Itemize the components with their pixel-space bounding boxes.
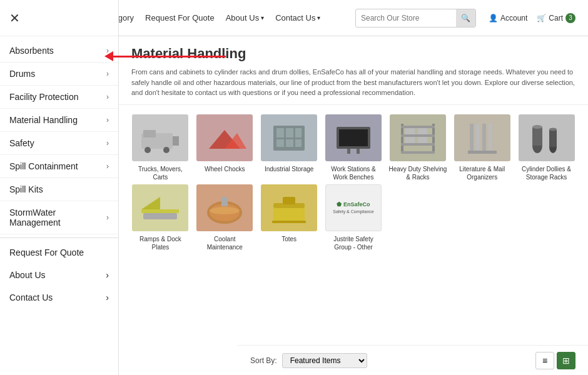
search-icon: 🔍 xyxy=(461,14,470,22)
product-label-wheel-chocks: Wheel Chocks xyxy=(205,165,245,173)
search-bar: 🔍 xyxy=(355,9,476,28)
sidebar-header: ✕ xyxy=(0,0,118,36)
chevron-right-icon: › xyxy=(106,162,109,171)
product-coolant[interactable]: Coolant Maintenance xyxy=(196,184,254,251)
account-link[interactable]: 👤 Account xyxy=(489,14,527,22)
product-trucks-movers-carts[interactable]: Trucks, Movers, Carts xyxy=(131,114,190,181)
svg-rect-30 xyxy=(482,124,486,154)
svg-rect-17 xyxy=(357,149,360,154)
product-wheel-chocks[interactable]: Wheel Chocks xyxy=(196,114,254,181)
sidebar-item-spill-containment[interactable]: Spill Containment › xyxy=(0,155,118,178)
product-label-cylinder-dollies: Cylinder Dollies & Storage Racks xyxy=(517,165,575,181)
chevron-down-icon: ▾ xyxy=(317,14,320,21)
svg-rect-22 xyxy=(401,143,435,146)
sidebar-item-safety[interactable]: Safety › xyxy=(0,132,118,155)
sidebar-drawer: ✕ Absorbents › Drums › Facility Protecti… xyxy=(0,0,119,375)
view-toggle: ≡ ⊞ xyxy=(535,352,575,369)
product-cylinder-dollies[interactable]: Cylinder Dollies & Storage Racks xyxy=(517,114,575,181)
product-justrite[interactable]: ⬟ EnSafeCo Safety & Compliance Justrite … xyxy=(325,184,383,251)
svg-rect-20 xyxy=(401,126,435,128)
svg-point-38 xyxy=(549,128,557,131)
svg-rect-9 xyxy=(286,128,293,138)
sidebar-item-stormwater[interactable]: StormWater Management › xyxy=(0,201,118,234)
svg-rect-49 xyxy=(272,221,306,223)
svg-point-3 xyxy=(163,147,170,153)
cart-link[interactable]: 🛒 Cart 3 xyxy=(537,13,575,23)
list-view-button[interactable]: ≡ xyxy=(535,352,554,369)
page-header: Material Handling From cans and cabinets… xyxy=(119,36,588,105)
product-label-coolant: Coolant Maintenance xyxy=(196,235,254,251)
product-grid-row1: Trucks, Movers, Carts Wheel Chocks Indus… xyxy=(119,105,588,184)
svg-rect-8 xyxy=(276,128,284,138)
sidebar-item-spill-kits[interactable]: Spill Kits xyxy=(0,178,118,201)
svg-rect-15 xyxy=(339,129,368,146)
arrow-head-icon xyxy=(104,51,113,61)
product-heavy-duty-shelving[interactable]: Heavy Duty Shelving & Racks xyxy=(388,114,447,181)
sidebar-item-facility-protection[interactable]: Facility Protection › xyxy=(0,86,118,109)
product-label-trucks: Trucks, Movers, Carts xyxy=(131,165,190,181)
svg-rect-24 xyxy=(405,128,415,134)
svg-rect-4 xyxy=(173,136,179,146)
product-label-industrial-storage: Industrial Storage xyxy=(265,165,313,173)
sort-select[interactable]: Featured Items Newest Items Best Selling… xyxy=(282,353,367,368)
svg-rect-39 xyxy=(141,209,179,213)
product-industrial-storage[interactable]: Industrial Storage xyxy=(260,114,318,181)
svg-rect-45 xyxy=(221,197,228,206)
product-image-coolant xyxy=(196,184,253,231)
svg-point-44 xyxy=(210,207,240,214)
product-ramps-dock-plates[interactable]: Ramps & Dock Plates xyxy=(131,184,190,251)
svg-rect-12 xyxy=(286,139,293,147)
chevron-right-icon: › xyxy=(106,139,109,148)
sidebar-item-material-handling[interactable]: Material Handling › xyxy=(0,109,118,132)
cart-count: 3 xyxy=(565,13,575,23)
svg-rect-27 xyxy=(418,137,427,143)
product-image-trucks xyxy=(132,114,188,161)
product-label-justrite: Justrite Safety Group - Other xyxy=(325,235,383,251)
nav-contact-us[interactable]: Contact Us ▾ xyxy=(275,13,320,22)
sidebar-item-contact-us[interactable]: Contact Us › xyxy=(0,286,118,309)
chevron-right-icon: › xyxy=(106,270,109,280)
sidebar-divider xyxy=(0,238,118,238)
nav-links: Shop Category Request For Quote About Us… xyxy=(79,13,343,22)
product-image-ramps xyxy=(132,184,188,231)
grid-view-button[interactable]: ⊞ xyxy=(557,352,575,369)
search-button[interactable]: 🔍 xyxy=(456,9,475,28)
svg-rect-1 xyxy=(143,130,156,138)
svg-rect-48 xyxy=(283,197,295,204)
nav-about-us[interactable]: About Us ▾ xyxy=(226,13,264,22)
svg-rect-10 xyxy=(295,128,302,138)
svg-point-2 xyxy=(144,147,151,153)
nav-right: 👤 Account 🛒 Cart 3 xyxy=(489,13,575,23)
sidebar-item-drums[interactable]: Drums › xyxy=(0,62,118,86)
product-label-totes: Totes xyxy=(281,235,297,243)
product-literature-organizers[interactable]: Literature & Mail Organizers xyxy=(453,114,511,181)
sidebar-item-request-quote[interactable]: Request For Quote xyxy=(0,241,118,264)
search-input[interactable] xyxy=(356,14,456,22)
product-grid-row2: Ramps & Dock Plates Coolant Maintenance … xyxy=(119,184,588,261)
nav-request-quote[interactable]: Request For Quote xyxy=(145,13,215,22)
product-label-heavy-shelving: Heavy Duty Shelving & Racks xyxy=(388,165,447,181)
svg-rect-16 xyxy=(347,149,350,154)
chevron-right-icon: › xyxy=(106,92,109,101)
sidebar-item-about-us[interactable]: About Us › xyxy=(0,264,118,286)
svg-rect-26 xyxy=(405,137,415,143)
sidebar-close-button[interactable]: ✕ xyxy=(9,11,20,26)
chevron-right-icon: › xyxy=(106,69,109,78)
svg-rect-29 xyxy=(476,124,480,154)
product-image-workstation xyxy=(325,114,382,161)
account-icon: 👤 xyxy=(489,14,498,22)
product-totes[interactable]: Totes xyxy=(260,184,318,251)
svg-marker-40 xyxy=(141,197,160,209)
svg-rect-21 xyxy=(401,134,435,137)
chevron-right-icon: › xyxy=(106,116,109,124)
product-work-stations[interactable]: Work Stations & Work Benches xyxy=(325,114,383,181)
svg-rect-13 xyxy=(295,139,302,147)
sort-label: Sort By: xyxy=(250,356,277,365)
sort-controls: Sort By: Featured Items Newest Items Bes… xyxy=(250,353,367,368)
product-image-totes xyxy=(261,184,317,231)
sidebar-item-absorbents[interactable]: Absorbents › xyxy=(0,39,118,62)
product-image-wheel-chocks xyxy=(196,114,253,161)
svg-rect-34 xyxy=(532,127,542,146)
product-label-ramps: Ramps & Dock Plates xyxy=(131,235,190,251)
svg-rect-32 xyxy=(468,151,497,154)
